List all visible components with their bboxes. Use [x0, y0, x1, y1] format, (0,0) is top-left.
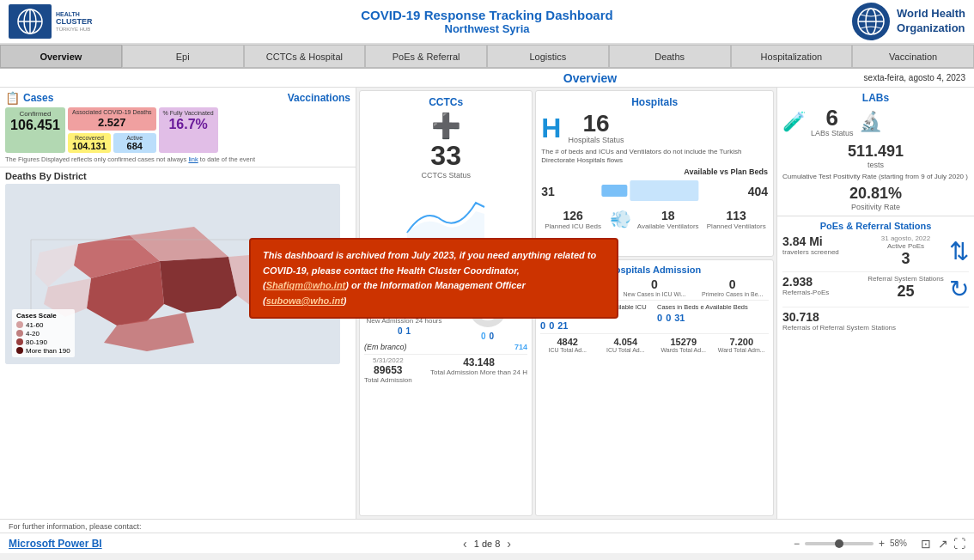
fullscreen-button[interactable]: ⛶	[953, 537, 965, 551]
tab-cctcs[interactable]: CCTCs & Hospital	[244, 45, 366, 68]
zoom-value: 58%	[890, 539, 916, 548]
tab-hospitalization[interactable]: Hospitalization	[731, 45, 853, 68]
beds-404-val: 404	[748, 185, 768, 198]
tab-deaths[interactable]: Deaths	[609, 45, 731, 68]
contact-label: For further information, please contact:	[9, 522, 142, 531]
cctcs-title: CCTCs	[429, 96, 463, 108]
travelers-val: 3.84 Mi	[782, 234, 862, 248]
confirmed-value: 106.451	[9, 118, 61, 133]
who-name: World HealthOrganization	[897, 7, 965, 36]
ward-total-ad2-label: Ward Total Adm...	[715, 347, 770, 353]
icu-total-ad2: 4.054	[599, 337, 654, 347]
referrals-sys-label: Referrals of Referral System Stations	[782, 324, 969, 332]
hosp-sub3: 21	[557, 320, 568, 331]
alert-email1[interactable]: Shafiqm@who.int	[266, 280, 346, 290]
icu-beds-label: Planned ICU Beds	[541, 222, 605, 230]
zoom-out-button[interactable]: −	[794, 538, 800, 550]
ward-total-ad: 15279	[656, 337, 711, 347]
deaths-value: 2.527	[72, 116, 152, 129]
who-circle-icon	[852, 3, 890, 40]
labs-title: LABs	[782, 92, 969, 104]
positivity-label: Positivity Rate	[782, 203, 969, 211]
alert-overlay: This dashboard is archived from July 202…	[249, 238, 618, 319]
adm-val1: 0	[398, 326, 403, 336]
positivity-value: 20.81%	[782, 185, 969, 203]
vaccinated-label: % Fully Vaccinated	[163, 110, 214, 117]
positivity-note: Cumulative Test Positivity Rate (startin…	[782, 173, 969, 181]
prev-page-button[interactable]: ‹	[463, 537, 467, 551]
cases-note: The Figures Displayed reflects only conf…	[5, 155, 350, 163]
powerbi-link[interactable]: Microsoft Power BI	[9, 538, 102, 550]
health-cluster-logo: HEALTH CLUSTER TÜRKIYE HUB	[9, 4, 93, 39]
adm-val3: 0	[481, 332, 486, 341]
center-top-row: CCTCs ➕ 33 CCTCs Status Hospitals H	[356, 88, 776, 259]
clipboard-icon: 📋	[5, 91, 20, 105]
poes-date: 31 agosto, 2022	[866, 234, 946, 242]
footer-actions: ↗ ⛶	[938, 537, 965, 551]
cctcs-value: 33	[430, 142, 461, 169]
svg-rect-9	[630, 180, 698, 201]
right-panel: LABs 🧪 6 LABs Status 🔬 511.491 tests Cum…	[776, 88, 974, 519]
tab-logistics[interactable]: Logistics	[487, 45, 609, 68]
active-label: Active	[117, 135, 153, 141]
cases-title: Cases	[23, 92, 53, 104]
footer-main: Microsoft Power BI ‹ 1 de 8 › − + 58% ⊡ …	[0, 533, 974, 553]
beds-31-val: 31	[541, 185, 555, 198]
active-poes-label: Active PoEs	[866, 242, 946, 250]
medical-cross-icon: ➕	[431, 112, 461, 140]
fit-screen-button[interactable]: ⊡	[921, 537, 931, 551]
alert-text3: )	[344, 295, 347, 306]
hospitals-note: The # of beds and ICUs and Ventilators d…	[541, 148, 768, 164]
microscope-icon: 🔬	[859, 111, 882, 133]
overview-section-title: Overview	[352, 71, 828, 85]
hospitals-card: Hospitals H 16 Hospitals Status The # of…	[535, 90, 774, 257]
labs-value: 6	[811, 107, 854, 129]
icu-beds-val: 126	[541, 209, 605, 222]
recovered-value: 104.131	[71, 141, 107, 151]
total-admission-label: Total Admission	[364, 376, 412, 384]
referrals-sys-val: 30.718	[782, 310, 969, 324]
tab-poes[interactable]: PoEs & Referral	[365, 45, 487, 68]
referrals-label: Referrals-PoEs	[782, 289, 862, 296]
zoom-slider-thumb[interactable]	[835, 539, 843, 548]
alert-email2[interactable]: subowa@who.int	[266, 295, 344, 306]
map-title: Deaths By District	[5, 171, 350, 181]
dashboard-title: COVID-19 Response Tracking Dashboard Nor…	[361, 8, 612, 35]
adm-date-label: 5/31/2022	[364, 356, 412, 364]
tab-epi[interactable]: Epi	[122, 45, 244, 68]
next-page-button[interactable]: ›	[507, 537, 511, 551]
hosp-sub2: 0	[549, 320, 554, 331]
deaths-label: Associated COVID-19 Deaths	[72, 109, 152, 116]
share-button[interactable]: ↗	[938, 537, 948, 551]
cctcs-card: CCTCs ➕ 33 CCTCs Status	[359, 90, 533, 257]
ventilators-planned-val: 113	[704, 209, 768, 222]
icu-total-ad: 4842	[540, 337, 595, 347]
note-link[interactable]: link	[188, 155, 198, 163]
zoom-slider-track[interactable]	[805, 542, 874, 545]
poes-title: PoEs & Referral Stations	[782, 221, 969, 231]
zoom-in-button[interactable]: +	[879, 538, 885, 550]
hosp-sub1: 0	[540, 320, 545, 331]
tab-overview[interactable]: Overview	[0, 45, 122, 68]
active-value: 684	[117, 141, 153, 151]
hosp-adm-val3: 0	[696, 277, 769, 291]
hosp-adm-label2: New Cases in ICU Wi...	[618, 291, 691, 297]
hosp-adm-label5: Cases in Beds e Available Beds	[657, 303, 769, 311]
tab-vaccination[interactable]: Vaccination	[852, 45, 974, 68]
header: HEALTH CLUSTER TÜRKIYE HUB COVID-19 Resp…	[0, 0, 974, 45]
cctcs-status-label: CCTCs Status	[421, 171, 471, 180]
main-area: 📋 Cases Vaccinations Confirmed 106.451 A…	[0, 88, 974, 519]
svg-rect-8	[601, 185, 627, 197]
hospitals-title: Hospitals	[541, 96, 768, 108]
icu-total-ad2-label: ICU Total Ad...	[599, 347, 654, 353]
labs-section: LABs 🧪 6 LABs Status 🔬 511.491 tests Cum…	[777, 88, 974, 216]
small-714: 714	[514, 343, 527, 351]
title-line2: Northwest Syria	[361, 22, 612, 35]
page-indicator: 1 de 8	[474, 539, 501, 549]
hospitals-value: 16	[568, 112, 624, 136]
ward-total-ad2: 7.200	[715, 337, 770, 347]
who-logo: World HealthOrganization	[852, 3, 965, 40]
ventilators-available-val: 18	[636, 209, 700, 222]
travelers-label: travelers screened	[782, 248, 862, 256]
overview-date: sexta-feira, agosto 4, 2023	[828, 73, 965, 82]
